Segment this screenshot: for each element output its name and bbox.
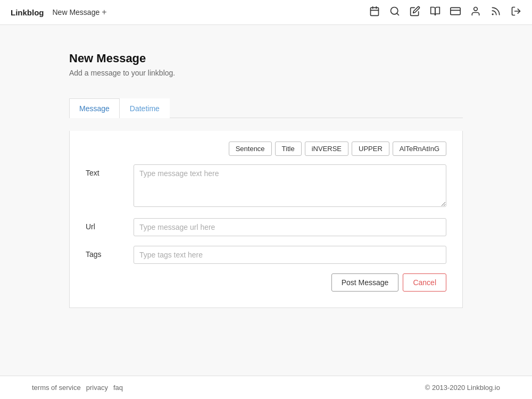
action-row: Post Message Cancel [86,273,446,292]
navbar: Linkblog New Message + [0,0,532,25]
text-label: Text [86,164,134,177]
case-title-button[interactable]: Title [275,142,302,156]
main-content: New Message Add a message to your linkbl… [37,25,495,329]
svg-point-8 [474,7,478,11]
case-alternating-button[interactable]: AlTeRnAtInG [393,142,446,156]
url-input[interactable] [134,218,446,236]
nav-new-message-label: New Message [53,8,100,16]
cancel-button[interactable]: Cancel [403,273,446,292]
svg-rect-0 [371,7,379,15]
svg-point-9 [492,14,493,15]
case-sentence-button[interactable]: Sentence [229,142,272,156]
nav-left: Linkblog New Message + [11,7,107,17]
nav-icons [369,6,521,19]
post-message-button[interactable]: Post Message [331,273,399,292]
tags-input[interactable] [134,246,446,264]
tags-row: Tags [86,246,446,264]
card-icon[interactable] [450,6,461,19]
nav-new-message-plus: + [102,7,106,17]
svg-rect-6 [451,7,460,14]
case-upper-button[interactable]: UPPER [352,142,389,156]
logout-icon[interactable] [511,6,521,19]
tab-datetime[interactable]: Datetime [120,98,170,118]
search-icon[interactable] [389,6,400,19]
tags-control [134,246,446,264]
brand-logo[interactable]: Linkblog [11,8,44,17]
case-buttons-row: Sentence Title iNVERSE UPPER AlTeRnAtInG [86,142,446,156]
url-row: Url [86,218,446,236]
tags-label: Tags [86,246,134,259]
form-area: Sentence Title iNVERSE UPPER AlTeRnAtInG… [69,131,463,308]
url-label: Url [86,218,134,231]
nav-new-message-link[interactable]: New Message + [53,7,107,17]
text-input[interactable] [134,164,446,207]
user-icon[interactable] [470,6,481,19]
edit-icon[interactable] [410,6,420,19]
book-icon[interactable] [430,6,440,19]
svg-line-5 [397,13,399,15]
tab-message[interactable]: Message [69,98,120,118]
text-control [134,164,446,209]
rss-icon[interactable] [491,6,501,19]
tabs: Message Datetime [69,98,463,118]
url-control [134,218,446,236]
page-subtitle: Add a message to your linkblog. [69,69,463,77]
page-title: New Message [69,52,463,65]
text-row: Text [86,164,446,209]
case-inverse-button[interactable]: iNVERSE [305,142,348,156]
calendar-icon[interactable] [369,6,380,19]
